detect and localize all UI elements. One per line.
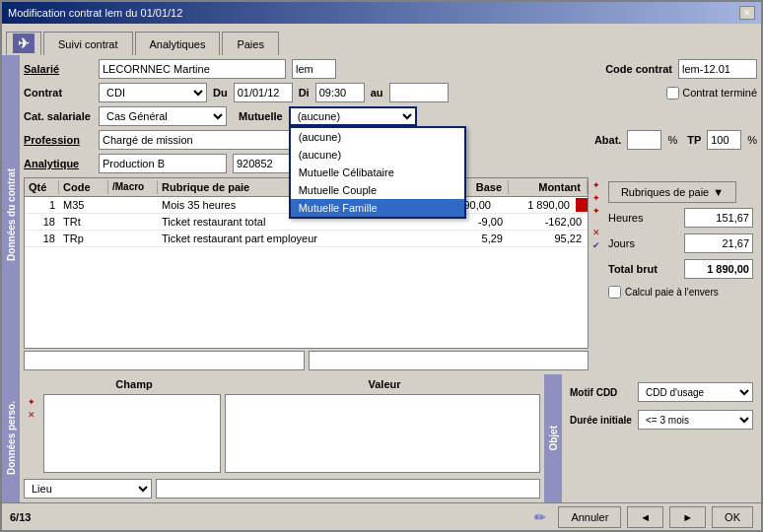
- motif-cdd-row: Motif CDD CDD d'usage: [570, 382, 753, 402]
- di-input[interactable]: [315, 83, 365, 102]
- heures-row: Heures: [608, 207, 753, 229]
- code-contrat-input[interactable]: [678, 59, 757, 79]
- lieu-select[interactable]: Lieu Lieu: [24, 479, 152, 499]
- pct-label: %: [667, 134, 677, 146]
- pct2-label: %: [747, 134, 757, 146]
- td-montant-2: 95,22: [509, 232, 588, 245]
- lieu-val-input[interactable]: [156, 479, 540, 499]
- contrat-termine-checkbox[interactable]: [666, 87, 679, 100]
- contrat-select[interactable]: CDI: [99, 83, 207, 102]
- table-input-left[interactable]: [24, 351, 305, 370]
- salarie-input[interactable]: [99, 59, 286, 79]
- mutuelle-select[interactable]: (aucune): [289, 106, 417, 126]
- profession-input[interactable]: [99, 130, 296, 150]
- tab-analytiques[interactable]: Analytiques: [135, 32, 221, 55]
- jours-row: Jours: [608, 233, 753, 254]
- jours-value[interactable]: [684, 233, 753, 253]
- cat-mutuelle-row: Cat. salariale Cas Général Mutuelle (auc…: [24, 106, 757, 126]
- champ-textarea[interactable]: [43, 394, 221, 473]
- heures-value[interactable]: [684, 208, 753, 228]
- th-montant: Montant: [509, 180, 588, 194]
- dropdown-item-celibataire[interactable]: Mutuelle Célibataire: [291, 164, 464, 181]
- main-content: Données du contrat Salarié Code contrat …: [2, 55, 761, 374]
- mutuelle-dropdown: (aucune) (aucune) Mutuelle Célibataire M…: [289, 126, 466, 219]
- status-buttons: ✏ Annuler ◄ ► OK: [534, 506, 753, 528]
- th-macro: /Macro: [108, 180, 158, 194]
- motif-cdd-select[interactable]: CDD d'usage: [638, 382, 753, 402]
- dropdown-item-couple[interactable]: Mutuelle Couple: [291, 181, 464, 199]
- table-action-down[interactable]: ✔: [590, 239, 602, 251]
- objet-content: Motif CDD CDD d'usage Durée initiale <= …: [562, 374, 761, 502]
- motif-cdd-label: Motif CDD: [570, 387, 634, 398]
- table-row[interactable]: 18 TRp Ticket restaurant part employeur …: [25, 231, 588, 247]
- table-actions: ✦ ✦ ✦ ✕ ✔: [589, 177, 604, 370]
- salarie-row: Salarié Code contrat: [24, 59, 757, 79]
- dropdown-arrow-icon: ▼: [713, 186, 724, 198]
- table-input-row: [24, 351, 589, 370]
- objet-side-label: Objet: [544, 374, 562, 502]
- mutuelle-label: Mutuelle: [239, 110, 283, 122]
- td-code-1: TRt: [59, 215, 108, 229]
- td-qte-1: 18: [25, 215, 59, 229]
- td-code-2: TRp: [59, 232, 108, 245]
- tp-input[interactable]: [707, 130, 741, 150]
- cat-select[interactable]: Cas Général: [99, 106, 227, 126]
- next-button[interactable]: ►: [669, 506, 706, 528]
- duree-initiale-row: Durée initiale <= 3 mois: [570, 410, 753, 430]
- perso-add[interactable]: ✦: [26, 396, 37, 408]
- tab-suivi-contrat[interactable]: Suivi contrat: [43, 32, 133, 55]
- table-input-right[interactable]: [309, 351, 590, 370]
- au-input[interactable]: [389, 83, 449, 102]
- close-button[interactable]: ✕: [739, 6, 755, 20]
- prev-button[interactable]: ◄: [627, 506, 663, 528]
- analytique-code-input[interactable]: [233, 154, 292, 173]
- total-brut-row: Total brut: [608, 258, 753, 280]
- th-code: Code: [59, 180, 108, 194]
- contrat-row: Contrat CDI Du Di au Contrat terminé: [24, 83, 757, 102]
- du-input[interactable]: [234, 83, 293, 102]
- table-action-delete[interactable]: ✕: [590, 227, 602, 238]
- champ-header: Champ: [45, 378, 223, 390]
- status-position: 6/13: [10, 511, 31, 523]
- th-qte: Qté: [25, 180, 59, 194]
- duree-initiale-select[interactable]: <= 3 mois: [638, 410, 753, 430]
- table-action-copy[interactable]: ✦: [590, 205, 602, 217]
- contrat-termine-row: Contrat terminé: [666, 87, 757, 100]
- tab-paies[interactable]: Paies: [222, 32, 279, 55]
- salarie-code-input[interactable]: [292, 59, 336, 79]
- objet-panel: Objet Motif CDD CDD d'usage Durée initia…: [544, 374, 761, 502]
- tab-icon[interactable]: ✈: [6, 32, 41, 55]
- title-bar-controls: ✕: [739, 6, 755, 20]
- profession-label: Profession: [24, 134, 93, 146]
- bottom-section: Données perso. Champ Valeur ✦ ✕: [2, 374, 761, 502]
- val-textarea[interactable]: [225, 394, 540, 473]
- td-qte-0: 1: [25, 198, 59, 212]
- lieu-row: Lieu Lieu: [24, 479, 540, 499]
- abat-input[interactable]: [627, 130, 661, 150]
- dropdown-item-famille[interactable]: Mutuelle Famille: [291, 199, 464, 217]
- form-area: Salarié Code contrat Contrat CDI Du Di: [20, 55, 761, 374]
- cat-label: Cat. salariale: [24, 110, 93, 122]
- td-macro-0: [108, 198, 158, 212]
- dropdown-item-aucune2[interactable]: (aucune): [291, 146, 464, 164]
- status-bar: 6/13 ✏ Annuler ◄ ► OK: [2, 502, 761, 530]
- rubriques-paie-button[interactable]: Rubriques de paie ▼: [608, 181, 736, 203]
- table-action-add[interactable]: ✦: [590, 179, 602, 191]
- total-brut-value[interactable]: [684, 259, 753, 279]
- perso-side-label: Données perso.: [2, 374, 20, 502]
- pencil-icon: ✏: [534, 509, 546, 525]
- td-code-0: M35: [59, 198, 108, 212]
- ok-button[interactable]: OK: [712, 506, 753, 528]
- table-action-edit[interactable]: ✦: [590, 192, 602, 204]
- calcul-checkbox[interactable]: [608, 286, 621, 299]
- analytique-input[interactable]: [99, 154, 227, 173]
- td-macro-2: [108, 232, 158, 245]
- td-montant-0: 1 890,00: [497, 198, 576, 212]
- perso-delete[interactable]: ✕: [26, 409, 37, 421]
- td-rubrique-2: Ticket restaurant part employeur: [158, 232, 430, 245]
- total-brut-label: Total brut: [608, 263, 658, 275]
- annuler-button[interactable]: Annuler: [558, 506, 621, 528]
- dropdown-item-aucune1[interactable]: (aucune): [291, 128, 464, 146]
- window-title: Modification contrat lem du 01/01/12: [8, 7, 182, 19]
- abat-label: Abat.: [594, 134, 622, 146]
